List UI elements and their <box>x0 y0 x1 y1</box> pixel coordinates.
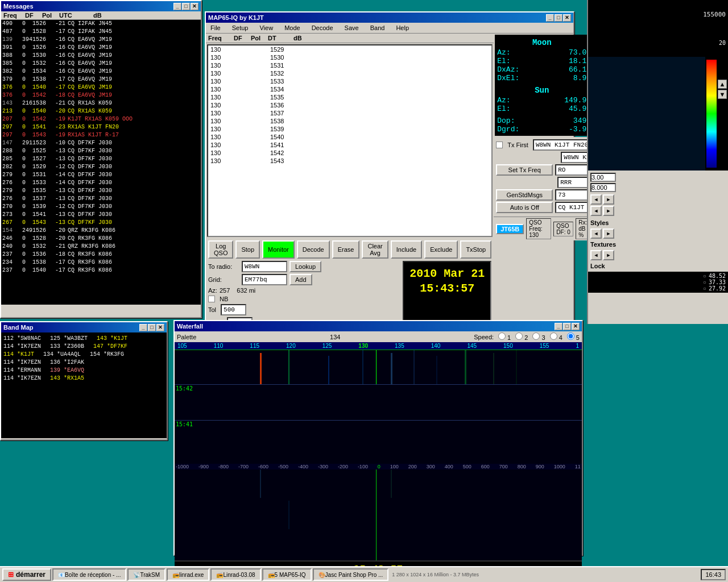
msg-row-17[interactable]: 28501527-13CQ DF7KF J030 <box>1 155 201 163</box>
map65-maximize[interactable]: □ <box>555 14 562 22</box>
taskbar-linrad2[interactable]: 📻 Linrad-03.08 <box>210 568 260 581</box>
speed-4[interactable]: 4 <box>550 332 562 341</box>
msg-row-22[interactable]: 27601537-13CQ DF7KF J030 <box>1 195 201 203</box>
wf-maximize[interactable]: □ <box>563 323 571 330</box>
msg-row-19[interactable]: 27901531-14CQ DF7KF J030 <box>1 171 201 179</box>
decode-row-12[interactable]: 1301541 <box>208 141 491 149</box>
include-button[interactable]: Include <box>391 240 422 259</box>
bandmap-row-1[interactable]: 114 *IK7EZN133 *Z360B147 *DF7KF <box>3 343 164 351</box>
wf-display-bottom[interactable]: 15:43 15:42 15:41 <box>175 469 582 560</box>
decode-row-1[interactable]: 1301530 <box>208 53 491 61</box>
decode-row-10[interactable]: 1301539 <box>208 125 491 133</box>
speed-1[interactable]: 1 <box>498 332 511 341</box>
log-qso-button[interactable]: Log QSO <box>208 240 233 259</box>
monitor-button[interactable]: Monitor <box>262 240 295 259</box>
bandmap-row-3[interactable]: 114 *IK7EZN136 *I2FAK <box>3 359 164 367</box>
decode-row-4[interactable]: 1301533 <box>208 77 491 85</box>
msg-row-1[interactable]: 48701528-17CQ I2FAK JN45 <box>1 28 201 36</box>
to-radio-input[interactable] <box>242 261 287 272</box>
arrow-right2[interactable]: ► <box>603 206 614 216</box>
nav-down[interactable]: ▼ <box>718 90 727 99</box>
msg-row-7[interactable]: 37901538-17CQ EA6VQ JM19 <box>1 76 201 84</box>
msg-row-26[interactable]: 1542491526-20QRZ RK3FG K086 <box>1 227 201 235</box>
taskbar-linrad[interactable]: 📻 linrad.exe <box>167 568 209 581</box>
maximize-button[interactable]: □ <box>182 3 190 10</box>
clear-avg-button[interactable]: Clear Avg <box>362 240 388 259</box>
wf-close[interactable]: ✕ <box>572 323 580 330</box>
menu-item-file[interactable]: File <box>208 24 223 32</box>
msg-row-18[interactable]: 28201529-12CQ DF7KF J030 <box>1 163 201 171</box>
decode-row-14[interactable]: 1301543 <box>208 157 491 165</box>
decode-row-9[interactable]: 1301538 <box>208 117 491 125</box>
messages-body[interactable]: 49001526-21CQ I2FAK JN4548701528-17CQ I2… <box>1 20 201 305</box>
msg-row-30[interactable]: 23401538-17CQ RK3FG K086 <box>1 259 201 267</box>
grid-input[interactable] <box>242 274 287 285</box>
msg-row-0[interactable]: 49001526-21CQ I2FAK JN45 <box>1 20 201 28</box>
menu-item-save[interactable]: Save <box>342 24 361 32</box>
msg-row-27[interactable]: 24601528-20CQ RK3FG K086 <box>1 235 201 243</box>
stop-button[interactable]: Stop <box>235 240 260 259</box>
msg-row-11[interactable]: 21301540-20CQ RX1AS K059 <box>1 107 201 115</box>
exclude-button[interactable]: Exclude <box>424 240 458 259</box>
map65-close[interactable]: ✕ <box>563 14 571 22</box>
msg-row-20[interactable]: 27601533-14CQ DF7KF J030 <box>1 179 201 187</box>
bandmap-content[interactable]: 112 *SW8NAC125 *WA3BZT143 *K1JT114 *IK7E… <box>1 332 167 438</box>
wf-display-top[interactable]: 15:43 <box>175 350 582 464</box>
msg-row-9[interactable]: 37601542-18CQ EA6VQ JM19 <box>1 92 201 99</box>
start-button[interactable]: ⊞ démarrer <box>2 568 51 581</box>
msg-row-21[interactable]: 27901535-13CQ DF7KF J030 <box>1 187 201 195</box>
arrow-left2[interactable]: ◄ <box>590 206 602 216</box>
decode-row-7[interactable]: 1301536 <box>208 101 491 109</box>
scale-input-2[interactable] <box>590 183 616 192</box>
decode-row-8[interactable]: 1301537 <box>208 109 491 117</box>
auto-is-off-button[interactable]: Auto is Off <box>496 202 553 213</box>
arrow-left[interactable]: ◄ <box>590 194 602 205</box>
taskbar-map65[interactable]: 📻 5 MAP65-IQ <box>262 568 312 581</box>
msg-row-4[interactable]: 38801530-16CQ EA6VQ JM19 <box>1 52 201 60</box>
decode-row-0[interactable]: 1301529 <box>208 45 491 53</box>
texture-btn-1[interactable]: ◄ <box>590 250 602 260</box>
msg-row-3[interactable]: 39101526-16CQ EA6VQ JM19 <box>1 44 201 52</box>
nav-up[interactable]: ▲ <box>718 80 727 89</box>
bandmap-row-0[interactable]: 112 *SW8NAC125 *WA3BZT143 *K1JT <box>3 335 164 343</box>
menu-item-help[interactable]: Help <box>394 24 411 32</box>
genstdmsgs-button[interactable]: GenStdMsgs <box>496 189 553 201</box>
decode-row-11[interactable]: 1301540 <box>208 133 491 141</box>
msg-row-14[interactable]: 29701543-19RX1AS K1JT R-17 <box>1 131 201 139</box>
style-btn-2[interactable]: ► <box>603 228 614 239</box>
wf-minimize[interactable]: _ <box>555 323 562 330</box>
decode-row-5[interactable]: 1301534 <box>208 85 491 93</box>
menu-item-decode[interactable]: Decode <box>309 24 336 32</box>
taskbar-traksm[interactable]: 📡 TrakSM <box>127 568 166 581</box>
bandmap-minimize[interactable]: _ <box>139 324 147 331</box>
style-btn-1[interactable]: ◄ <box>590 228 602 239</box>
msg-row-25[interactable]: 26701543-13CQ DF7KF J030 <box>1 219 201 227</box>
msg-row-31[interactable]: 23701540-17CQ RK3FG K086 <box>1 267 201 275</box>
menu-item-band[interactable]: Band <box>368 24 387 32</box>
taskbar-paintshop[interactable]: 🎨 Jasc Paint Shop Pro ... <box>313 568 389 581</box>
msg-row-8[interactable]: 37601540-17CQ EA6VQ JM19 <box>1 84 201 92</box>
menu-item-view[interactable]: View <box>257 24 275 32</box>
speed-5[interactable]: 5 <box>567 332 580 341</box>
msg-row-6[interactable]: 38201534-16CQ EA6VQ JM19 <box>1 68 201 76</box>
decode-row-2[interactable]: 1301531 <box>208 61 491 69</box>
msg-row-5[interactable]: 38501532-16CQ EA6VQ JM19 <box>1 60 201 68</box>
spectrum-display[interactable]: ▲ ▼ <box>588 57 728 171</box>
minimize-button[interactable]: _ <box>173 3 181 10</box>
msg-row-16[interactable]: 28801525-13CQ DF7KF J030 <box>1 147 201 155</box>
scale-input-1[interactable] <box>590 173 616 182</box>
menu-item-setup[interactable]: Setup <box>230 24 251 32</box>
texture-btn-2[interactable]: ► <box>603 250 614 260</box>
tol-input[interactable] <box>221 304 246 315</box>
decode-row-3[interactable]: 1301532 <box>208 69 491 77</box>
speed-2[interactable]: 2 <box>515 332 528 341</box>
close-button[interactable]: ✕ <box>191 3 198 10</box>
bandmap-row-2[interactable]: 114 *K1JT134 *UA4AQL154 *RK3FG <box>3 351 164 359</box>
bandmap-row-4[interactable]: 114 *ERMANN139 *EA6VQ <box>3 367 164 375</box>
decode-button[interactable]: Decode <box>297 240 330 259</box>
lookup-button[interactable]: Lookup <box>289 261 321 272</box>
set-tx-freq-button[interactable]: Set Tx Freq <box>496 164 553 176</box>
decode-table[interactable]: 1301529130153013015311301532130153313015… <box>207 44 493 237</box>
msg-row-29[interactable]: 23701536-18CQ RK3FG K086 <box>1 251 201 259</box>
map65-minimize[interactable]: _ <box>546 14 554 22</box>
